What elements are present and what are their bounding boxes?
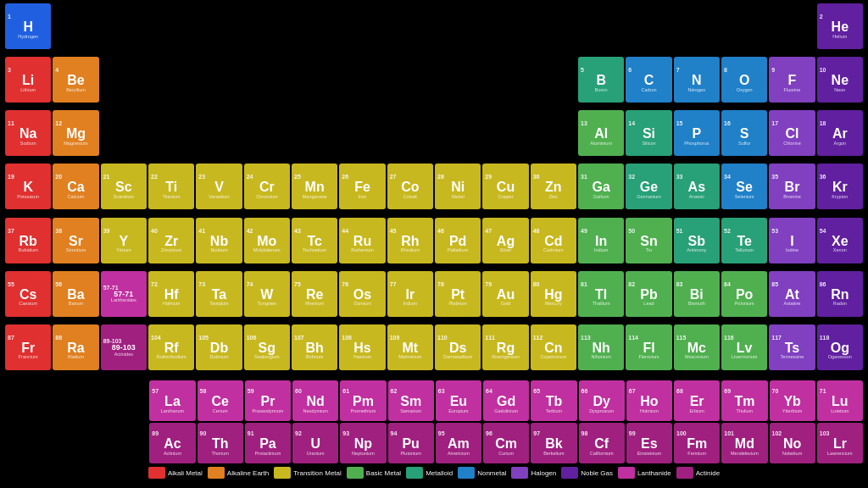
element-mo[interactable]: 42MoMolybdenum [244, 218, 290, 263]
element-c[interactable]: 6CCarbon [626, 57, 671, 103]
element-sc[interactable]: 21ScScandium [101, 164, 147, 209]
element-v[interactable]: 23VVanadium [196, 164, 242, 209]
element-cr[interactable]: 24CrChromium [244, 164, 290, 209]
element-mc[interactable]: 115McMoscovium [674, 324, 720, 370]
element-lv[interactable]: 116LvLivermorium [721, 324, 767, 370]
element-nd[interactable]: 60NdNeodymium [292, 380, 338, 421]
element-fl[interactable]: 114FlFlerovium [626, 324, 671, 370]
element-k[interactable]: 19KPotassium [5, 164, 51, 209]
element-nb[interactable]: 41NbNiobium [196, 218, 242, 263]
element-ga[interactable]: 31GaGallium [578, 164, 624, 209]
element-md[interactable]: 101MdMendelevium [721, 423, 767, 463]
element-y[interactable]: 39YYttrium [101, 218, 147, 263]
element-ca[interactable]: 20CaCalcium [53, 164, 98, 209]
element-pm[interactable]: 61PmPromethium [340, 380, 386, 421]
element-ti[interactable]: 22TiTitanium [148, 164, 194, 209]
element-co[interactable]: 27CoCobalt [387, 164, 433, 209]
element-be[interactable]: 4BeBeryllium [53, 57, 98, 103]
element-pa[interactable]: 91PaProtactinium [245, 423, 291, 463]
element-yb[interactable]: 70YbYtterbium [770, 380, 815, 421]
element-la[interactable]: 57LaLanthanum [149, 380, 195, 421]
element-th[interactable]: 90ThThorium [198, 423, 243, 463]
element-na[interactable]: 11NaSodium [5, 110, 51, 156]
element-sn[interactable]: 50SnTin [626, 218, 671, 263]
element-pt[interactable]: 78PtPlatinum [435, 271, 481, 317]
element-cf[interactable]: 98CfCalifornium [579, 423, 625, 463]
element-kr[interactable]: 36KrKrypton [817, 164, 863, 209]
element-pu[interactable]: 94PuPlutonium [388, 423, 434, 463]
element-cn[interactable]: 112CnCopernicium [531, 324, 576, 370]
element-tl[interactable]: 81TlThallium [578, 271, 624, 317]
element-n[interactable]: 7NNitrogen [674, 57, 720, 103]
element-*[interactable]: 57-7157-71Lanthanides [101, 271, 147, 317]
element-ge[interactable]: 32GeGermanium [626, 164, 671, 209]
element-zr[interactable]: 40ZrZirconium [148, 218, 194, 263]
element-ni[interactable]: 28NiNickel [435, 164, 481, 209]
element-br[interactable]: 35BrBromine [769, 164, 815, 209]
element-eu[interactable]: 63EuEuropium [436, 380, 481, 421]
element-tc[interactable]: 43TcTechnetium [292, 218, 337, 263]
element-ac[interactable]: 89AcActinium [149, 423, 195, 463]
element-**[interactable]: 89-10389-103Actinides [101, 324, 147, 370]
element-sr[interactable]: 38SrStrontium [53, 218, 98, 263]
element-li[interactable]: 3LiLithium [5, 57, 51, 103]
element-pr[interactable]: 59PrPraseodymium [245, 380, 291, 421]
element-ta[interactable]: 73TaTantalum [196, 271, 242, 317]
element-rb[interactable]: 37RbRubidium [5, 218, 51, 263]
element-db[interactable]: 105DbDubnium [196, 324, 242, 370]
element-ir[interactable]: 77IrIridium [387, 271, 433, 317]
element-se[interactable]: 34SeSelenium [721, 164, 767, 209]
element-w[interactable]: 74WTungsten [244, 271, 290, 317]
element-mg[interactable]: 12MgMagnesium [53, 110, 98, 156]
element-f[interactable]: 9FFluorine [769, 57, 815, 103]
element-rn[interactable]: 86RnRadon [817, 271, 863, 317]
element-u[interactable]: 92UUranium [292, 423, 338, 463]
element-bi[interactable]: 83BiBismuth [674, 271, 720, 317]
element-rh[interactable]: 45RhRhodium [387, 218, 433, 263]
element-al[interactable]: 13AlAluminium [578, 110, 624, 156]
element-ho[interactable]: 67HoHolmium [626, 380, 672, 421]
element-np[interactable]: 93NpNeptunium [340, 423, 386, 463]
element-hs[interactable]: 108HsHassium [339, 324, 385, 370]
element-cu[interactable]: 29CuCopper [482, 164, 528, 209]
element-h[interactable]: 1HHydrogen [5, 3, 51, 49]
element-pd[interactable]: 46PdPalladium [435, 218, 481, 263]
element-tb[interactable]: 65TbTerbium [531, 380, 576, 421]
element-pb[interactable]: 82PbLead [626, 271, 671, 317]
element-og[interactable]: 118OgOganesson [817, 324, 863, 370]
element-hf[interactable]: 72HfHafnium [148, 271, 194, 317]
element-p[interactable]: 15PPhosphorus [674, 110, 720, 156]
element-es[interactable]: 99EsEinsteinium [626, 423, 672, 463]
element-er[interactable]: 68ErErbium [674, 380, 720, 421]
element-au[interactable]: 79AuGold [482, 271, 528, 317]
element-sm[interactable]: 62SmSamarium [388, 380, 434, 421]
element-fe[interactable]: 26FeIron [339, 164, 385, 209]
element-he[interactable]: 2HeHelium [817, 3, 863, 49]
element-rg[interactable]: 111RgRoentgenium [482, 324, 528, 370]
element-s[interactable]: 16SSulfur [721, 110, 767, 156]
element-si[interactable]: 14SiSilicon [626, 110, 671, 156]
element-in[interactable]: 49InIndium [578, 218, 624, 263]
element-b[interactable]: 5BBoron [578, 57, 624, 103]
element-xe[interactable]: 54XeXenon [817, 218, 863, 263]
element-fm[interactable]: 100FmFermium [674, 423, 720, 463]
element-am[interactable]: 95AmAmericium [436, 423, 481, 463]
element-cs[interactable]: 55CsCaesium [5, 271, 51, 317]
element-sg[interactable]: 106SgSeaborgium [244, 324, 290, 370]
element-mn[interactable]: 25MnManganese [292, 164, 337, 209]
element-mt[interactable]: 109MtMeitnerium [387, 324, 433, 370]
element-cl[interactable]: 17ClChlorine [769, 110, 815, 156]
element-gd[interactable]: 64GdGadolinium [483, 380, 529, 421]
element-bk[interactable]: 97BkBerkelium [531, 423, 576, 463]
element-dy[interactable]: 66DyDysprosium [579, 380, 625, 421]
element-cm[interactable]: 96CmCurium [483, 423, 529, 463]
element-tm[interactable]: 69TmThulium [721, 380, 767, 421]
element-os[interactable]: 76OsOsmium [339, 271, 385, 317]
element-ds[interactable]: 110DsDarmstadtium [435, 324, 481, 370]
element-ru[interactable]: 44RuRuthenium [339, 218, 385, 263]
element-ts[interactable]: 117TsTennessine [769, 324, 815, 370]
element-fr[interactable]: 87FrFrancium [5, 324, 51, 370]
element-ce[interactable]: 58CeCerium [198, 380, 243, 421]
element-at[interactable]: 85AtAstatine [769, 271, 815, 317]
element-re[interactable]: 75ReRhenium [292, 271, 337, 317]
